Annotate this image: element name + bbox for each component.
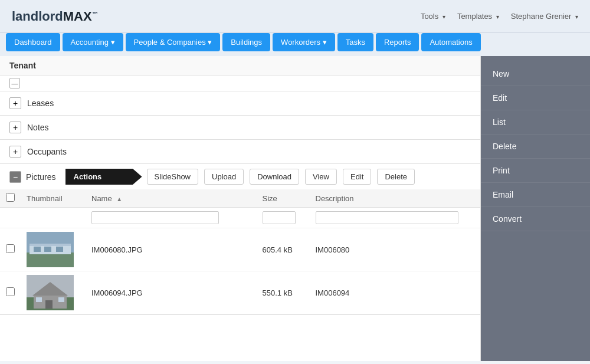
row1-description: IM006080 <box>310 228 481 271</box>
user-arrow: ▾ <box>575 14 578 20</box>
occupants-toggle[interactable]: + <box>9 146 21 158</box>
menu-new[interactable]: New <box>481 62 590 86</box>
header-nav: Tools ▾ Templates ▾ Stephane Grenier ▾ <box>421 12 578 21</box>
size-filter-input[interactable] <box>263 211 296 224</box>
menu-email[interactable]: Email <box>481 183 590 207</box>
svg-rect-3 <box>30 244 71 246</box>
notes-toggle[interactable]: + <box>9 122 21 133</box>
leases-section: + Leases <box>0 91 480 116</box>
tenant-label-text: Tenant <box>9 61 36 70</box>
pictures-label: Pictures <box>26 172 56 182</box>
menu-edit[interactable]: Edit <box>481 86 590 110</box>
edit-pictures-button[interactable]: Edit <box>343 169 371 185</box>
menu-convert[interactable]: Convert <box>481 207 590 231</box>
row2-checkbox-cell <box>0 271 21 314</box>
row1-size: 605.4 kB <box>257 228 310 271</box>
row2-thumbnail-cell <box>21 271 86 314</box>
pictures-toggle[interactable]: − <box>9 171 21 183</box>
user-menu[interactable]: Stephane Grenier ▾ <box>511 12 578 21</box>
view-button[interactable]: View <box>305 169 337 185</box>
main-layout: Tenant — + Leases + Notes + Occupants − … <box>0 56 590 361</box>
notes-label: Notes <box>27 123 49 132</box>
notes-section: + Notes <box>0 116 480 140</box>
svg-rect-13 <box>58 297 64 302</box>
actions-label: Actions <box>74 172 102 181</box>
nav-dashboard[interactable]: Dashboard <box>6 33 60 51</box>
nav-workorders[interactable]: Workorders ▾ <box>273 33 335 51</box>
nav-tasks[interactable]: Tasks <box>337 33 373 51</box>
row2-size: 550.1 kB <box>257 271 310 314</box>
filter-name-cell <box>86 208 257 228</box>
logo-landlord: landlord <box>12 9 63 24</box>
app-header: landlordMAX™ Tools ▾ Templates ▾ Stephan… <box>0 0 590 33</box>
filter-size-cell <box>257 208 310 228</box>
right-context-menu: New Edit List Delete Print Email Convert <box>481 56 590 361</box>
row1-checkbox[interactable] <box>6 244 15 253</box>
tools-arrow: ▾ <box>442 14 445 20</box>
filter-description-cell <box>310 208 481 228</box>
tools-menu[interactable]: Tools ▾ <box>421 12 445 21</box>
col-thumbnail-header: Thumbnail <box>21 189 86 208</box>
svg-rect-1 <box>27 252 74 267</box>
row1-name: IM006080.JPG <box>86 228 257 271</box>
filter-checkbox-cell <box>0 208 21 228</box>
menu-delete[interactable]: Delete <box>481 135 590 159</box>
col-name-header[interactable]: Name ▲ <box>86 189 257 208</box>
tools-label: Tools <box>421 12 438 21</box>
occupants-section: + Occupants <box>0 140 480 164</box>
menu-list[interactable]: List <box>481 110 590 135</box>
svg-rect-5 <box>44 247 51 252</box>
nav-buildings[interactable]: Buildings <box>222 33 270 51</box>
col-size-header: Size <box>257 189 310 208</box>
slideshow-button[interactable]: SlideShow <box>147 169 198 185</box>
row2-checkbox[interactable] <box>6 287 15 296</box>
main-navbar: Dashboard Accounting ▾ People & Companie… <box>0 33 590 56</box>
app-logo: landlordMAX™ <box>12 9 98 24</box>
templates-menu[interactable]: Templates ▾ <box>457 12 499 21</box>
leases-toggle[interactable]: + <box>9 97 21 109</box>
occupants-label: Occupants <box>27 147 67 156</box>
filter-thumbnail-cell <box>21 208 86 228</box>
download-button[interactable]: Download <box>250 169 299 185</box>
nav-reports[interactable]: Reports <box>376 33 419 51</box>
tenant-section-header: Tenant <box>0 56 480 76</box>
menu-print[interactable]: Print <box>481 159 590 183</box>
pictures-section: − Pictures Actions SlideShow Upload Down… <box>0 164 480 315</box>
pictures-table: Thumbnail Name ▲ Size Description <box>0 189 480 314</box>
row2-thumbnail <box>27 275 74 310</box>
name-filter-input[interactable] <box>91 211 219 224</box>
templates-label: Templates <box>457 12 492 21</box>
content-area: Tenant — + Leases + Notes + Occupants − … <box>0 56 481 361</box>
row1-thumbnail <box>27 232 74 267</box>
select-all-checkbox[interactable] <box>6 193 15 202</box>
logo-tm: ™ <box>92 10 98 17</box>
row1-thumbnail-cell <box>21 228 86 271</box>
nav-automations[interactable]: Automations <box>421 33 480 51</box>
nav-accounting[interactable]: Accounting ▾ <box>63 33 123 51</box>
templates-arrow: ▾ <box>496 14 499 20</box>
table-row: IM006080.JPG 605.4 kB IM006080 <box>0 228 480 271</box>
row1-thumb-img <box>27 232 74 267</box>
upload-button[interactable]: Upload <box>204 169 244 185</box>
col-description-header: Description <box>310 189 481 208</box>
description-filter-input[interactable] <box>316 211 459 224</box>
row2-name: IM006094.JPG <box>86 271 257 314</box>
nav-people[interactable]: People & Companies ▾ <box>126 33 221 51</box>
col-checkbox-header <box>0 189 21 208</box>
delete-pictures-button[interactable]: Delete <box>377 169 415 185</box>
leases-label: Leases <box>27 99 54 108</box>
row2-description: IM006094 <box>310 271 481 314</box>
table-row: IM006094.JPG 550.1 kB IM006094 <box>0 271 480 314</box>
svg-rect-12 <box>36 297 42 302</box>
actions-arrow-banner: Actions <box>65 169 142 185</box>
row2-thumb-img <box>27 275 74 310</box>
table-header-row: Thumbnail Name ▲ Size Description <box>0 189 480 208</box>
svg-rect-11 <box>45 300 53 309</box>
svg-rect-6 <box>56 247 63 252</box>
logo-max: MAX <box>63 9 92 24</box>
scroll-top-row: — <box>0 76 480 91</box>
collapse-top-toggle[interactable]: — <box>9 78 20 88</box>
row1-checkbox-cell <box>0 228 21 271</box>
user-label: Stephane Grenier <box>511 12 572 21</box>
svg-rect-4 <box>34 247 41 252</box>
